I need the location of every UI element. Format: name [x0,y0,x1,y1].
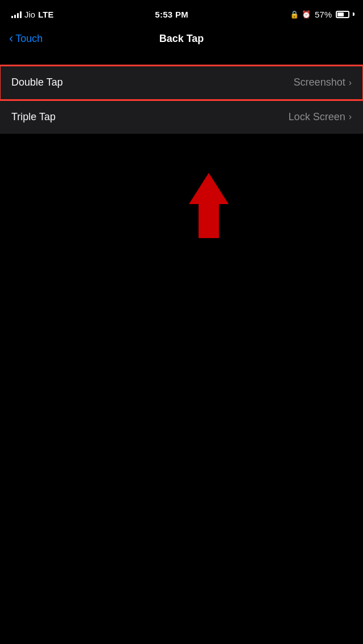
alarm-icon: ⏰ [302,10,311,19]
triple-tap-row[interactable]: Triple Tap Lock Screen › [0,100,363,134]
lock-icon: 🔒 [290,10,299,19]
status-time: 5:53 PM [155,10,188,19]
triple-tap-label: Triple Tap [11,111,56,123]
double-tap-chevron-icon: › [349,78,352,88]
triple-tap-value: Lock Screen [289,111,345,123]
svg-rect-1 [199,201,219,238]
double-tap-row[interactable]: Double Tap Screenshot › [0,66,363,100]
back-button[interactable]: ‹ Touch [9,33,43,45]
status-left: Jio LTE [11,10,53,19]
annotation-arrow [175,167,243,241]
back-chevron-icon: ‹ [9,32,13,45]
nav-header: ‹ Touch Back Tap [0,25,363,54]
battery-icon [336,10,352,18]
status-bar: Jio LTE 5:53 PM 🔒 ⏰ 57% [0,0,363,25]
back-label: Touch [15,33,43,45]
carrier-name: Jio [24,10,35,19]
network-type: LTE [38,10,53,19]
battery-percentage: 57% [315,10,332,19]
status-icons: 🔒 ⏰ [290,10,311,19]
svg-marker-0 [189,173,229,204]
status-right: 🔒 ⏰ 57% [290,10,352,19]
page-title: Back Tap [159,33,204,45]
settings-section: Double Tap Screenshot › Triple Tap Lock … [0,66,363,134]
double-tap-value: Screenshot [294,77,345,88]
double-tap-label: Double Tap [11,77,63,88]
triple-tap-value-container: Lock Screen › [289,111,352,123]
double-tap-value-container: Screenshot › [294,77,352,88]
signal-bars-icon [11,11,22,18]
triple-tap-chevron-icon: › [349,112,352,122]
